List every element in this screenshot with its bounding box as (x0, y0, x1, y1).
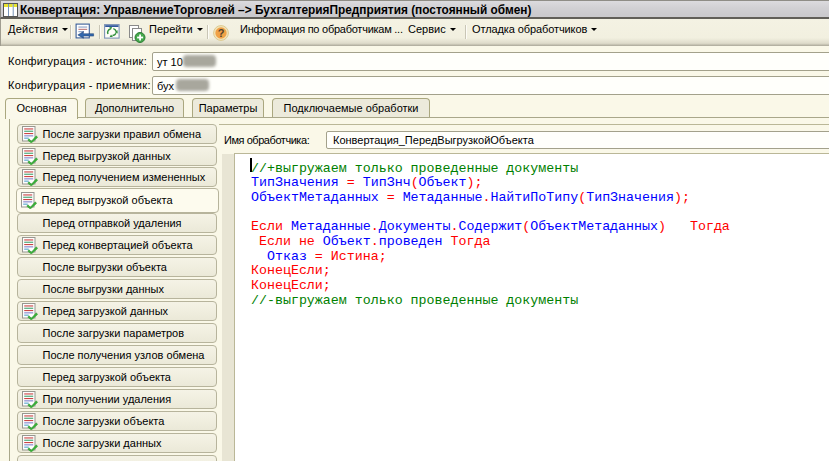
svg-text:?: ? (218, 27, 225, 39)
